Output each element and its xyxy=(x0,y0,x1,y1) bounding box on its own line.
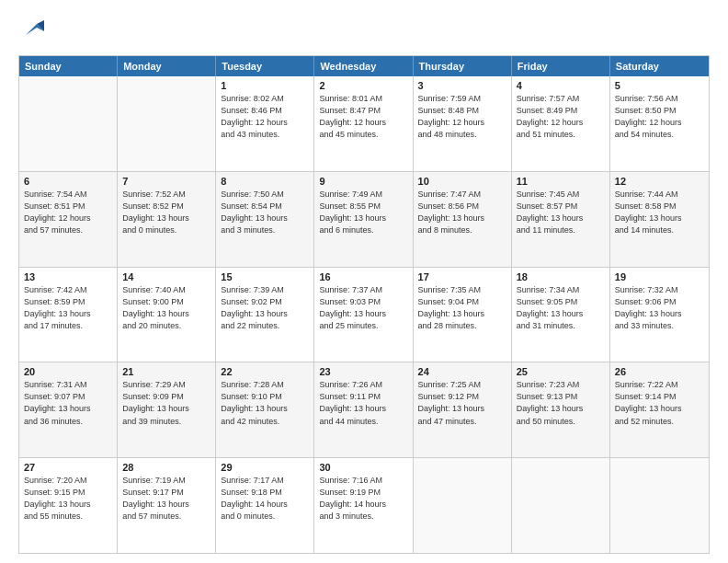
cell-line: and 33 minutes. xyxy=(615,320,704,332)
cell-line: and 20 minutes. xyxy=(122,320,210,332)
cell-line: Sunrise: 7:17 AM xyxy=(221,475,309,487)
cell-line: and 25 minutes. xyxy=(319,320,407,332)
cell-line: Daylight: 13 hours xyxy=(122,308,210,320)
cell-line: Sunset: 8:56 PM xyxy=(418,201,506,213)
calendar-header: SundayMondayTuesdayWednesdayThursdayFrid… xyxy=(19,56,709,76)
cell-line: Sunset: 9:15 PM xyxy=(24,487,112,499)
cell-line: Sunrise: 8:02 AM xyxy=(221,93,309,105)
calendar-cell-empty xyxy=(610,458,709,553)
cell-line: Sunset: 8:59 PM xyxy=(24,296,112,308)
header-day-tuesday: Tuesday xyxy=(216,56,314,76)
cell-line: and 17 minutes. xyxy=(24,320,112,332)
cell-line: and 0 minutes. xyxy=(221,511,309,523)
cell-line: Sunset: 8:51 PM xyxy=(24,201,112,213)
cell-line: Daylight: 13 hours xyxy=(615,308,704,320)
day-number: 6 xyxy=(24,176,112,187)
day-number: 24 xyxy=(418,366,506,377)
cell-line: Sunrise: 7:29 AM xyxy=(122,379,210,391)
cell-line: and 36 minutes. xyxy=(24,416,112,428)
cell-line: Sunrise: 7:22 AM xyxy=(615,379,704,391)
day-number: 9 xyxy=(319,176,407,187)
calendar-cell-15: 15Sunrise: 7:39 AMSunset: 9:02 PMDayligh… xyxy=(216,268,314,362)
cell-line: Sunrise: 7:23 AM xyxy=(517,379,605,391)
cell-line: Sunset: 9:10 PM xyxy=(221,391,309,403)
calendar-cell-22: 22Sunrise: 7:28 AMSunset: 9:10 PMDayligh… xyxy=(216,362,314,457)
cell-line: and 48 minutes. xyxy=(418,129,506,141)
cell-line: and 57 minutes. xyxy=(24,224,112,236)
cell-line: Daylight: 12 hours xyxy=(615,117,704,129)
day-number: 12 xyxy=(615,176,704,187)
cell-line: Daylight: 13 hours xyxy=(319,213,407,224)
calendar-cell-12: 12Sunrise: 7:44 AMSunset: 8:58 PMDayligh… xyxy=(610,172,709,267)
cell-line: Daylight: 13 hours xyxy=(418,213,506,224)
cell-line: and 22 minutes. xyxy=(221,320,309,332)
cell-line: Sunset: 9:06 PM xyxy=(615,296,704,308)
cell-line: Sunrise: 7:57 AM xyxy=(517,93,605,105)
logo xyxy=(18,17,50,46)
calendar-cell-empty xyxy=(19,76,118,171)
cell-line: Sunrise: 7:25 AM xyxy=(418,379,506,391)
calendar-row-3: 20Sunrise: 7:31 AMSunset: 9:07 PMDayligh… xyxy=(19,362,709,457)
calendar-cell-empty xyxy=(512,458,610,553)
calendar-cell-23: 23Sunrise: 7:26 AMSunset: 9:11 PMDayligh… xyxy=(314,362,413,457)
cell-line: and 50 minutes. xyxy=(517,416,605,428)
day-number: 22 xyxy=(221,366,309,377)
cell-line: Daylight: 12 hours xyxy=(221,117,309,129)
cell-line: Daylight: 14 hours xyxy=(319,499,407,511)
cell-line: Sunset: 9:12 PM xyxy=(418,391,506,403)
cell-line: Sunrise: 7:16 AM xyxy=(319,475,407,487)
calendar-cell-26: 26Sunrise: 7:22 AMSunset: 9:14 PMDayligh… xyxy=(610,362,709,457)
cell-line: Sunset: 8:54 PM xyxy=(221,201,309,213)
cell-line: and 0 minutes. xyxy=(122,224,210,236)
day-number: 14 xyxy=(122,271,210,282)
header xyxy=(18,17,710,46)
cell-line: and 54 minutes. xyxy=(615,129,704,141)
cell-line: Daylight: 13 hours xyxy=(517,308,605,320)
calendar-cell-20: 20Sunrise: 7:31 AMSunset: 9:07 PMDayligh… xyxy=(19,362,118,457)
cell-line: Daylight: 13 hours xyxy=(319,308,407,320)
cell-line: Sunrise: 7:34 AM xyxy=(517,284,605,296)
day-number: 30 xyxy=(319,462,407,473)
cell-line: Sunset: 8:52 PM xyxy=(122,201,210,213)
calendar-cell-30: 30Sunrise: 7:16 AMSunset: 9:19 PMDayligh… xyxy=(314,458,413,553)
cell-line: Daylight: 13 hours xyxy=(615,213,704,224)
cell-line: Sunset: 9:11 PM xyxy=(319,391,407,403)
cell-line: and 3 minutes. xyxy=(319,511,407,523)
calendar-row-2: 13Sunrise: 7:42 AMSunset: 8:59 PMDayligh… xyxy=(19,267,709,362)
cell-line: Sunset: 8:58 PM xyxy=(615,201,704,213)
header-day-saturday: Saturday xyxy=(610,56,709,76)
cell-line: Daylight: 13 hours xyxy=(122,213,210,224)
cell-line: Daylight: 13 hours xyxy=(615,403,704,415)
calendar-cell-18: 18Sunrise: 7:34 AMSunset: 9:05 PMDayligh… xyxy=(512,268,610,362)
calendar-cell-27: 27Sunrise: 7:20 AMSunset: 9:15 PMDayligh… xyxy=(19,458,118,553)
day-number: 21 xyxy=(122,366,210,377)
cell-line: and 39 minutes. xyxy=(122,416,210,428)
cell-line: and 57 minutes. xyxy=(122,511,210,523)
cell-line: Sunrise: 7:26 AM xyxy=(319,379,407,391)
day-number: 5 xyxy=(615,80,704,91)
cell-line: Daylight: 13 hours xyxy=(319,403,407,415)
cell-line: and 45 minutes. xyxy=(319,129,407,141)
cell-line: and 3 minutes. xyxy=(221,224,309,236)
day-number: 7 xyxy=(122,176,210,187)
day-number: 27 xyxy=(24,462,112,473)
cell-line: Sunrise: 7:40 AM xyxy=(122,284,210,296)
cell-line: Sunset: 9:17 PM xyxy=(122,487,210,499)
cell-line: and 14 minutes. xyxy=(615,224,704,236)
day-number: 18 xyxy=(517,271,605,282)
day-number: 3 xyxy=(418,80,506,91)
day-number: 13 xyxy=(24,271,112,282)
day-number: 23 xyxy=(319,366,407,377)
calendar-cell-17: 17Sunrise: 7:35 AMSunset: 9:04 PMDayligh… xyxy=(414,268,512,362)
day-number: 17 xyxy=(418,271,506,282)
calendar-cell-24: 24Sunrise: 7:25 AMSunset: 9:12 PMDayligh… xyxy=(414,362,512,457)
calendar-cell-25: 25Sunrise: 7:23 AMSunset: 9:13 PMDayligh… xyxy=(512,362,610,457)
calendar-cell-8: 8Sunrise: 7:50 AMSunset: 8:54 PMDaylight… xyxy=(216,172,314,267)
calendar-cell-6: 6Sunrise: 7:54 AMSunset: 8:51 PMDaylight… xyxy=(19,172,118,267)
cell-line: Daylight: 12 hours xyxy=(517,117,605,129)
cell-line: Daylight: 12 hours xyxy=(319,117,407,129)
cell-line: Daylight: 13 hours xyxy=(221,308,309,320)
cell-line: and 52 minutes. xyxy=(615,416,704,428)
calendar-cell-1: 1Sunrise: 8:02 AMSunset: 8:46 PMDaylight… xyxy=(216,76,314,171)
logo-icon xyxy=(18,17,48,46)
